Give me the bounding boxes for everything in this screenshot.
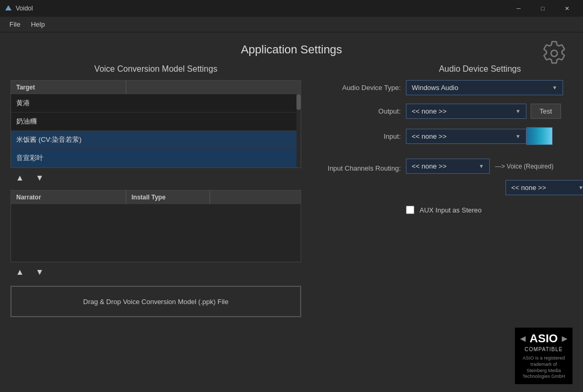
input-row: Input: << none >> ▼ (312, 127, 583, 145)
title-bar-left: Voidol (4, 4, 33, 13)
menu-bar: File Help (0, 17, 583, 32)
aux-stereo-row: AUX Input as Stereo (312, 206, 583, 214)
table-row[interactable]: 米饭酱 (CV:染音若萦) (11, 131, 301, 149)
maximize-button[interactable]: □ (531, 0, 555, 17)
routing-label: Input Channels Routing: (312, 160, 401, 172)
left-column: Voice Conversion Model Settings Target 黄… (10, 64, 301, 392)
close-button[interactable]: ✕ (555, 0, 579, 17)
asio-chevron-right-icon: ► (560, 333, 569, 344)
input-value: << none >> (412, 132, 447, 140)
install-type-col-header: Install Type (126, 191, 210, 204)
drop-zone[interactable]: Drag & Drop Voice Conversion Model (.ppk… (10, 286, 301, 317)
app-header: Application Settings (0, 32, 583, 64)
table-row[interactable]: 音宣彩叶 (11, 149, 301, 167)
asio-logo-row: ◄ ASIO ► (518, 332, 569, 345)
scrollbar-thumb[interactable] (296, 94, 301, 110)
main-content: Application Settings Voice Conversion Mo… (0, 32, 583, 392)
asio-chevron-left-icon: ◄ (518, 333, 527, 344)
target-up-button[interactable]: ▲ (13, 172, 27, 184)
device-type-label: Audio Device Type: (312, 84, 401, 92)
output-value: << none >> (412, 107, 447, 115)
settings-gear-icon[interactable] (541, 40, 567, 66)
target-table-header: Target (11, 81, 301, 94)
device-type-dropdown[interactable]: Windows Audio ▼ (406, 80, 563, 95)
title-bar: Voidol ─ □ ✕ (0, 0, 583, 17)
device-type-row: Audio Device Type: Windows Audio ▼ (312, 80, 583, 95)
narrator-body (11, 204, 301, 262)
asio-trademark: ASIO is a registered trademark of Steinb… (521, 355, 566, 380)
asio-badge: ◄ ASIO ► COMPATIBLE ASIO is a registered… (515, 328, 573, 384)
scrollbar-track[interactable] (296, 94, 301, 167)
settings-columns: Voice Conversion Model Settings Target 黄… (0, 64, 583, 392)
target-list: 黄港 奶油糰 米饭酱 (CV:染音若萦) 音宣彩叶 (11, 94, 301, 167)
output-label: Output: (312, 107, 401, 115)
input-with-indicator: << none >> ▼ (406, 127, 553, 145)
extra-col-header (210, 191, 301, 204)
window-controls: ─ □ ✕ (507, 0, 579, 17)
narrator-header: Narrator Install Type (11, 191, 301, 204)
aux-routing-dropdown[interactable]: << none >> ▼ (505, 180, 583, 195)
aux-routing-arrow: ▼ (578, 185, 583, 191)
input-arrow-icon: ▼ (515, 133, 521, 139)
table-row[interactable]: 黄港 (11, 94, 301, 113)
svg-marker-0 (5, 5, 12, 10)
output-dropdown-container: << none >> ▼ Test (406, 104, 561, 119)
drop-zone-label: Drag & Drop Voice Conversion Model (.ppk… (83, 298, 228, 306)
target-col-header: Target (11, 81, 126, 94)
voice-routing-row: Input Channels Routing: << none >> ▼ ---… (312, 159, 583, 174)
aux-stereo-checkbox[interactable] (406, 206, 414, 214)
target-arrow-controls: ▲ ▼ (10, 172, 301, 184)
table-row[interactable]: 奶油糰 (11, 113, 301, 131)
asio-compatible-text: COMPATIBLE (525, 346, 563, 352)
value-col-header (126, 81, 301, 94)
narrator-up-button[interactable]: ▲ (13, 266, 27, 278)
output-arrow-icon: ▼ (515, 108, 521, 114)
narrator-table: Narrator Install Type (10, 190, 301, 262)
routing-section: Input Channels Routing: << none >> ▼ ---… (312, 159, 583, 201)
app-icon (4, 4, 13, 13)
dropdown-arrow-icon: ▼ (552, 85, 557, 91)
window-title: Voidol (16, 5, 33, 12)
menu-file[interactable]: File (4, 18, 26, 30)
narrator-down-button[interactable]: ▼ (32, 266, 47, 278)
input-label: Input: (312, 132, 401, 140)
asio-text: ASIO (530, 332, 558, 345)
input-dropdown[interactable]: << none >> ▼ (406, 129, 526, 144)
target-down-button[interactable]: ▼ (32, 172, 47, 184)
voice-routing-arrow: ▼ (479, 163, 484, 169)
narrator-col-header: Narrator (11, 191, 126, 204)
aux-routing-row: << none >> ▼ ---> AUX (Optional) (312, 180, 583, 195)
menu-help[interactable]: Help (26, 18, 50, 30)
aux-routing-value: << none >> (511, 184, 546, 192)
aux-stereo-label[interactable]: AUX Input as Stereo (420, 206, 482, 214)
target-table: Target 黄港 奶油糰 米饭酱 (CV:染音若萦) 音宣彩叶 (10, 80, 301, 168)
input-level-bar (526, 127, 553, 145)
device-type-value: Windows Audio (412, 84, 458, 92)
output-dropdown[interactable]: << none >> ▼ (406, 104, 526, 119)
narrator-arrow-controls: ▲ ▼ (10, 266, 301, 278)
page-title: Application Settings (241, 43, 342, 57)
test-button[interactable]: Test (531, 104, 561, 119)
minimize-button[interactable]: ─ (507, 0, 531, 17)
voice-routing-arrow-text: ---> Voice (Required) (495, 163, 554, 170)
voice-routing-dropdown[interactable]: << none >> ▼ (406, 159, 490, 174)
output-row: Output: << none >> ▼ Test (312, 104, 583, 119)
voice-routing-value: << none >> (412, 162, 447, 170)
voice-section-title: Voice Conversion Model Settings (10, 64, 301, 74)
